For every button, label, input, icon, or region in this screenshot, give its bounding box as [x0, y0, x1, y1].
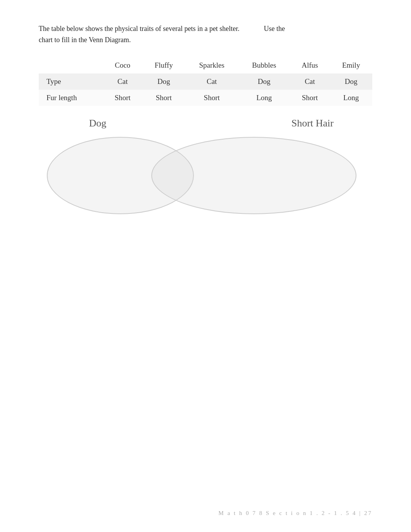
table-row-type: Type Cat Dog Cat Dog Cat Dog [39, 73, 372, 90]
data-table: Coco Fluffy Sparkles Bubbles Alfus Emily… [39, 57, 372, 106]
table-label-furlength: Fur length [39, 90, 103, 106]
intro-line2-suffix: chart to fill in the Venn Diagram. [39, 36, 131, 44]
table-cell-fur-coco: Short [103, 90, 142, 106]
footer-text: M a t h 0 7 8 S e c t i o n 1 . 2 - 1 . … [219, 510, 372, 516]
venn-diagram [47, 133, 364, 218]
table-cell-type-fluffy: Dog [142, 73, 185, 90]
intro-line2-prefix: Use the [264, 25, 285, 32]
venn-section: Dog Short Hair [39, 118, 372, 218]
intro-line1: The table below shows the physical trait… [39, 25, 240, 32]
table-cell-type-alfus: Cat [290, 73, 330, 90]
table-cell-fur-alfus: Short [290, 90, 330, 106]
page-content: The table below shows the physical trait… [0, 0, 411, 241]
venn-circle-right [151, 137, 356, 214]
table-header-fluffy: Fluffy [142, 57, 185, 73]
table-header-emily: Emily [330, 57, 372, 73]
venn-label-shorthair: Short Hair [291, 118, 334, 129]
table-header-empty [39, 57, 103, 73]
table-cell-fur-sparkles: Short [185, 90, 238, 106]
venn-label-dog: Dog [89, 118, 106, 129]
table-row-furlength: Fur length Short Short Short Long Short … [39, 90, 372, 106]
intro-paragraph: The table below shows the physical trait… [39, 23, 372, 46]
venn-labels: Dog Short Hair [39, 118, 372, 129]
table-cell-type-sparkles: Cat [185, 73, 238, 90]
table-header-coco: Coco [103, 57, 142, 73]
page-footer: M a t h 0 7 8 S e c t i o n 1 . 2 - 1 . … [219, 510, 372, 517]
table-cell-fur-emily: Long [330, 90, 372, 106]
table-cell-type-bubbles: Dog [238, 73, 290, 90]
table-header-row: Coco Fluffy Sparkles Bubbles Alfus Emily [39, 57, 372, 73]
table-cell-fur-fluffy: Short [142, 90, 185, 106]
table-cell-fur-bubbles: Long [238, 90, 290, 106]
table-header-alfus: Alfus [290, 57, 330, 73]
table-cell-type-emily: Dog [330, 73, 372, 90]
table-header-bubbles: Bubbles [238, 57, 290, 73]
table-cell-type-coco: Cat [103, 73, 142, 90]
table-label-type: Type [39, 73, 103, 90]
table-header-sparkles: Sparkles [185, 57, 238, 73]
